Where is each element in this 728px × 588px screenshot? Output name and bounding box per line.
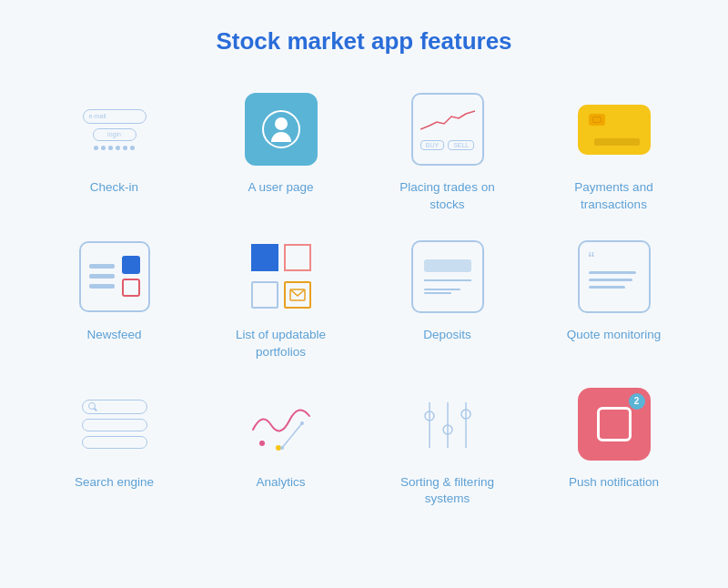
page-title: Stock market app features xyxy=(36,27,692,56)
deposits-signature xyxy=(424,289,471,294)
portfolios-icon-box xyxy=(240,236,322,318)
checkin-login-btn[interactable]: login xyxy=(93,128,136,141)
portfolios-label: List of updatable portfolios xyxy=(227,327,336,361)
newsfeed-square-red xyxy=(122,279,140,297)
checkin-dot-5 xyxy=(123,146,127,150)
payments-icon-box xyxy=(573,88,655,170)
quote-line-1 xyxy=(589,271,636,274)
sorting-svg xyxy=(411,389,484,460)
user-head-icon xyxy=(275,117,288,130)
page-container: Stock market app features e-mail login xyxy=(0,0,728,588)
feature-deposits: Deposits xyxy=(369,236,525,361)
placing-trades-label: Placing trades on stocks xyxy=(393,179,502,214)
svg-point-4 xyxy=(280,446,284,450)
user-page-icon xyxy=(245,93,318,166)
user-body-icon xyxy=(271,132,291,142)
portfolio-square-pink xyxy=(284,244,311,271)
search-circle-icon xyxy=(88,402,96,410)
newsfeed-squares xyxy=(122,256,140,297)
quote-line-2 xyxy=(589,279,632,281)
payments-stripe-icon xyxy=(594,138,640,146)
check-in-icon-box: e-mail login xyxy=(74,88,156,170)
feature-newsfeed: Newsfeed xyxy=(36,236,192,361)
check-in-label: Check-in xyxy=(90,179,138,197)
trades-buttons: BUY SELL xyxy=(420,140,475,150)
checkin-dots xyxy=(94,146,135,150)
trades-chart-svg xyxy=(420,109,475,135)
quote-icon-box: “ xyxy=(573,236,655,318)
push-notification-label: Push notification xyxy=(569,474,659,492)
push-icon-box: 2 xyxy=(573,383,655,465)
feature-quote-monitoring: “ Quote monitoring xyxy=(536,236,692,361)
portfolio-square-blue xyxy=(251,244,278,271)
analytics-icon-box xyxy=(240,383,322,465)
newsfeed-label: Newsfeed xyxy=(86,327,141,344)
deposits-sig-line-2 xyxy=(424,292,451,294)
payments-label: Payments and transactions xyxy=(560,179,669,214)
deposits-label: Deposits xyxy=(423,327,471,344)
quote-icon: “ xyxy=(578,240,651,313)
search-result-2 xyxy=(82,436,147,449)
feature-analytics: Analytics xyxy=(203,383,359,509)
user-page-label: A user page xyxy=(248,179,313,197)
svg-point-1 xyxy=(259,441,265,446)
sorting-filtering-label: Sorting & filtering systems xyxy=(393,474,502,509)
checkin-dot-3 xyxy=(108,146,113,150)
buy-btn[interactable]: BUY xyxy=(420,140,444,150)
feature-placing-trades: BUY SELL Placing trades on stocks xyxy=(369,88,525,214)
search-glass-icon xyxy=(88,402,97,411)
analytics-icon xyxy=(246,389,317,460)
checkin-dot-1 xyxy=(94,146,98,150)
checkin-email-field: e-mail xyxy=(83,109,147,124)
newsfeed-line-1 xyxy=(89,264,115,269)
checkin-email-label: e-mail xyxy=(89,113,106,119)
deposits-line xyxy=(424,279,471,281)
payments-icon xyxy=(578,105,651,155)
quote-line-3 xyxy=(589,286,625,289)
quote-text-lines xyxy=(589,271,640,289)
checkin-dot-4 xyxy=(116,146,120,150)
portfolio-square-mail xyxy=(284,281,311,309)
feature-sorting-filtering: Sorting & filtering systems xyxy=(369,383,525,509)
portfolios-icon xyxy=(247,242,316,311)
analytics-label: Analytics xyxy=(256,474,305,492)
feature-push-notification: 2 Push notification xyxy=(536,383,692,509)
feature-payments: Payments and transactions xyxy=(536,88,692,214)
checkin-icon: e-mail login xyxy=(83,109,147,150)
push-notification-icon: 2 xyxy=(578,388,651,461)
newsfeed-icon xyxy=(79,241,150,312)
newsfeed-line-3 xyxy=(89,284,115,289)
payments-chip-inner xyxy=(592,117,602,123)
search-engine-icon xyxy=(82,400,147,449)
search-engine-label: Search engine xyxy=(75,474,154,492)
checkin-dot-6 xyxy=(130,146,135,150)
feature-check-in: e-mail login Check-in xyxy=(36,88,192,214)
search-bar-icon xyxy=(82,400,147,414)
quote-monitoring-label: Quote monitoring xyxy=(567,327,662,344)
feature-user-page: A user page xyxy=(203,88,359,214)
newsfeed-square-blue xyxy=(122,256,140,274)
quote-mark-icon: “ xyxy=(589,249,595,268)
deposits-bar xyxy=(424,259,471,272)
newsfeed-icon-box xyxy=(74,236,156,318)
deposits-icon-box xyxy=(407,236,489,318)
sell-btn[interactable]: SELL xyxy=(448,140,474,150)
deposits-sig-line-1 xyxy=(424,289,460,290)
feature-portfolios: List of updatable portfolios xyxy=(203,236,359,361)
sorting-filtering-icon xyxy=(411,389,484,460)
mail-icon xyxy=(289,289,306,301)
search-engine-icon-box xyxy=(74,383,156,465)
payments-chip-icon xyxy=(589,114,605,126)
push-badge-count: 2 xyxy=(629,393,645,410)
newsfeed-line-2 xyxy=(89,274,115,279)
search-result-1 xyxy=(82,419,147,431)
search-handle-icon xyxy=(94,408,97,411)
trades-icon: BUY SELL xyxy=(411,93,484,166)
portfolio-square-light xyxy=(251,281,278,309)
user-avatar-icon xyxy=(262,110,300,148)
svg-point-5 xyxy=(300,421,304,425)
analytics-svg xyxy=(246,389,317,460)
features-grid: e-mail login Check-in xyxy=(36,88,692,508)
push-square-icon xyxy=(597,407,632,441)
feature-search-engine: Search engine xyxy=(36,383,192,509)
